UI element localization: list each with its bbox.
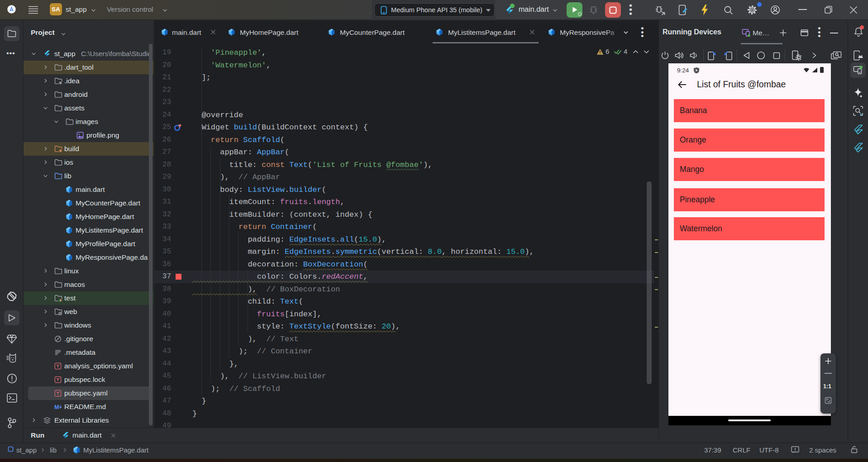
svg-text:M: M	[54, 404, 59, 410]
